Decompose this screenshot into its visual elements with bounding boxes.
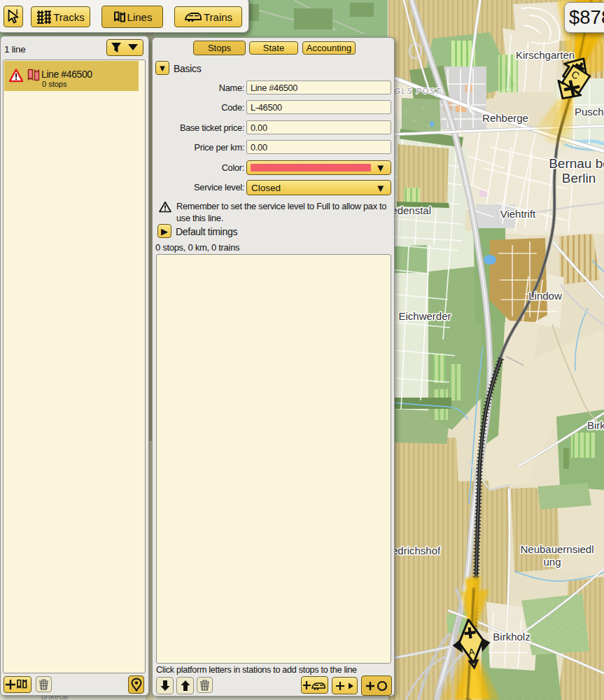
svg-text:Eichwerder: Eichwerder — [398, 310, 451, 322]
svg-text:ung: ung — [543, 556, 561, 568]
svg-text:Viehtrift: Viehtrift — [500, 208, 536, 220]
svg-text:Berlin: Berlin — [562, 171, 596, 186]
svg-text:GLS POST: GLS POST — [394, 87, 441, 95]
svg-text:Birkholz: Birkholz — [493, 631, 530, 643]
svg-text:Rehberge: Rehberge — [482, 112, 528, 124]
svg-text:Bernau be: Bernau be — [549, 156, 604, 171]
svg-text:iedenstal: iedenstal — [389, 204, 431, 216]
svg-text:Birke: Birke — [587, 419, 604, 431]
svg-text:i: i — [16, 8, 18, 16]
svg-text:edrichshof: edrichshof — [392, 545, 441, 556]
svg-text:A: A — [468, 647, 476, 658]
svg-text:Lindow: Lindow — [528, 290, 562, 302]
svg-text:Puschki: Puschki — [575, 106, 604, 118]
svg-text:Neubauernsiedl: Neubauernsiedl — [520, 543, 594, 555]
svg-text:Kirschgarten: Kirschgarten — [516, 49, 575, 61]
